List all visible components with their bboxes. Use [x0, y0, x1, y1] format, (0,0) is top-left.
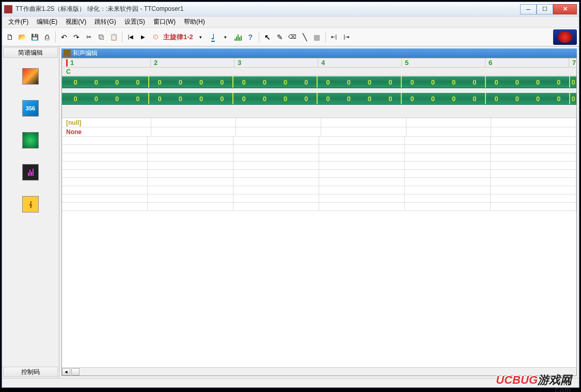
- menu-settings[interactable]: 设置(S): [120, 17, 149, 27]
- note-cell[interactable]: 0: [507, 76, 527, 88]
- note-cell[interactable]: 0: [86, 76, 106, 88]
- menu-edit[interactable]: 编辑(E): [33, 17, 61, 27]
- note-cell[interactable]: 0: [149, 76, 170, 88]
- note-cell[interactable]: 0: [128, 76, 148, 88]
- note-cell[interactable]: 0: [486, 93, 507, 104]
- undo-icon[interactable]: [58, 31, 70, 43]
- sidebar-tab-controlcode[interactable]: 控制码: [3, 367, 58, 377]
- measure-2[interactable]: 2: [151, 58, 234, 67]
- note-cell[interactable]: 0: [528, 93, 548, 104]
- sidebar-tool-5-icon[interactable]: 𝄞: [22, 196, 39, 213]
- titlebar[interactable]: TT作曲家1.2S（标准版） 绿化：:未来软件园 - TTComposer1: [2, 2, 579, 17]
- note-cell[interactable]: 0: [570, 76, 576, 88]
- note-cell[interactable]: 0: [402, 93, 422, 104]
- menu-help[interactable]: 帮助(H): [180, 17, 209, 27]
- note-cell[interactable]: 0: [444, 93, 464, 104]
- note-cell[interactable]: 0: [318, 76, 338, 88]
- horizontal-scrollbar[interactable]: ◄: [62, 367, 576, 375]
- note-cell[interactable]: 0: [212, 76, 232, 88]
- note-cell[interactable]: 0: [170, 93, 191, 104]
- sidebar-tool-1-icon[interactable]: [22, 68, 39, 85]
- menu-window[interactable]: 窗口(W): [149, 17, 180, 27]
- new-icon[interactable]: [4, 31, 15, 43]
- metronome-icon[interactable]: [150, 31, 161, 43]
- note-cell[interactable]: 0: [548, 93, 569, 104]
- chord-none-row[interactable]: None: [62, 127, 576, 137]
- sidebar-tab-notation[interactable]: 简谱编辑: [3, 47, 58, 58]
- play-icon[interactable]: [137, 31, 149, 43]
- note-cell[interactable]: 0: [464, 76, 485, 88]
- save-icon[interactable]: [29, 31, 40, 43]
- menu-file[interactable]: 文件(F): [4, 17, 33, 27]
- note-cell[interactable]: 0: [380, 76, 401, 88]
- sidebar-tool-3-icon[interactable]: [22, 132, 39, 149]
- note-cell[interactable]: 0: [296, 76, 317, 88]
- scroll-thumb[interactable]: [71, 368, 80, 375]
- paste-icon[interactable]: [108, 31, 119, 43]
- note-cell[interactable]: 0: [444, 76, 464, 88]
- snap-left-icon[interactable]: [328, 31, 340, 43]
- measure-1[interactable]: 1: [62, 58, 151, 67]
- measure-3[interactable]: 3: [234, 58, 318, 67]
- pointer-tool-icon[interactable]: [262, 31, 273, 43]
- note-cell[interactable]: 0: [422, 93, 443, 104]
- measure-ruler[interactable]: 1 2 3 4 5 6 7: [62, 58, 576, 68]
- open-icon[interactable]: [17, 31, 28, 43]
- cut-icon[interactable]: [83, 31, 95, 43]
- note-cell[interactable]: 0: [359, 93, 380, 104]
- note-cell[interactable]: 0: [338, 76, 359, 88]
- minimize-button[interactable]: [520, 4, 537, 14]
- note-cell[interactable]: 0: [507, 93, 527, 104]
- note-cell[interactable]: 0: [191, 93, 212, 104]
- pencil-tool-icon[interactable]: [274, 31, 286, 43]
- note-cell[interactable]: 0: [422, 76, 443, 88]
- print-icon[interactable]: [41, 31, 53, 43]
- measure-7[interactable]: 7: [569, 58, 576, 67]
- note-cell[interactable]: 0: [233, 76, 254, 88]
- note-cell[interactable]: 0: [254, 93, 275, 104]
- levels-icon[interactable]: [232, 31, 244, 43]
- note-cell[interactable]: 0: [380, 93, 401, 104]
- note-cell[interactable]: 0: [464, 93, 485, 104]
- duration-selector[interactable]: ♩: [208, 31, 219, 43]
- note-cell[interactable]: 0: [107, 76, 128, 88]
- note-cell[interactable]: 0: [359, 76, 380, 88]
- note-cell[interactable]: 0: [128, 93, 148, 104]
- note-cell[interactable]: 0: [191, 76, 212, 88]
- key-row[interactable]: C: [62, 68, 576, 76]
- note-cell[interactable]: 0: [212, 93, 232, 104]
- chord-label-row[interactable]: [null]: [62, 118, 576, 127]
- grid-tool-icon[interactable]: [311, 31, 323, 43]
- note-cell[interactable]: 0: [275, 76, 296, 88]
- note-cell[interactable]: 0: [402, 76, 422, 88]
- note-cell[interactable]: 0: [570, 93, 576, 104]
- note-cell[interactable]: 0: [275, 93, 296, 104]
- redo-icon[interactable]: [71, 31, 82, 43]
- note-cell[interactable]: 0: [296, 93, 317, 104]
- eraser-tool-icon[interactable]: [287, 31, 298, 43]
- note-cell[interactable]: 0: [548, 76, 569, 88]
- maximize-button[interactable]: [537, 4, 553, 14]
- editor-blank-area[interactable]: [62, 211, 576, 367]
- sidebar-tool-2-icon[interactable]: 356: [22, 100, 39, 117]
- scroll-left-icon[interactable]: ◄: [62, 368, 70, 375]
- sidebar-tool-4-icon[interactable]: [22, 164, 39, 181]
- playhead-icon[interactable]: [66, 59, 68, 67]
- note-cell[interactable]: 0: [170, 76, 191, 88]
- note-cell[interactable]: 0: [338, 93, 359, 104]
- note-track-1[interactable]: 0000000000000000000000000: [62, 76, 576, 88]
- note-cell[interactable]: 0: [65, 93, 86, 104]
- track-dropdown-icon[interactable]: [195, 31, 207, 43]
- note-cell[interactable]: 0: [254, 76, 275, 88]
- help-icon[interactable]: [245, 31, 256, 43]
- note-cell[interactable]: 0: [149, 93, 170, 104]
- menu-view[interactable]: 视图(V): [61, 17, 90, 27]
- note-cell[interactable]: 0: [65, 76, 86, 88]
- close-button[interactable]: [553, 4, 577, 14]
- copy-icon[interactable]: [96, 31, 107, 43]
- note-cell[interactable]: 0: [233, 93, 254, 104]
- harmony-editor[interactable]: 1 2 3 4 5 6 7 C 000000000000000000000000…: [61, 58, 577, 376]
- rewind-icon[interactable]: [125, 31, 136, 43]
- menu-goto[interactable]: 跳转(G): [90, 17, 120, 27]
- note-cell[interactable]: 0: [528, 76, 548, 88]
